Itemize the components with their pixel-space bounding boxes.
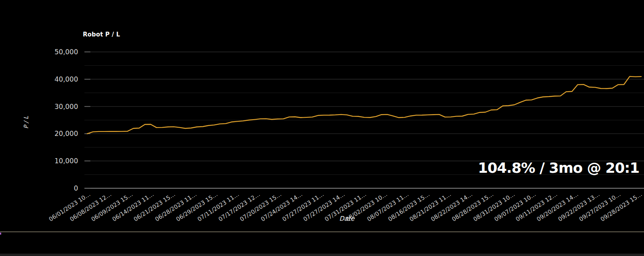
y-tick-label: 50,000 — [55, 48, 78, 56]
y-tick-label: 20,000 — [55, 130, 78, 138]
y-tick-label: 40,000 — [55, 75, 78, 83]
window-bottom-strip — [0, 254, 644, 256]
x-axis-title: Date — [339, 215, 354, 222]
y-tick-label: 30,000 — [55, 103, 78, 111]
performance-annotation: 104.8% / 3mo @ 20:1 — [478, 160, 639, 176]
trading-backtest-screen: Robot P / L P / L 010,00020,00030,00040,… — [0, 0, 644, 256]
y-tick-label: 0 — [74, 184, 78, 192]
y-tick-label: 10,000 — [55, 157, 78, 165]
status-bar: Start Balance: 20000.00 End Balance: 409… — [0, 232, 644, 254]
